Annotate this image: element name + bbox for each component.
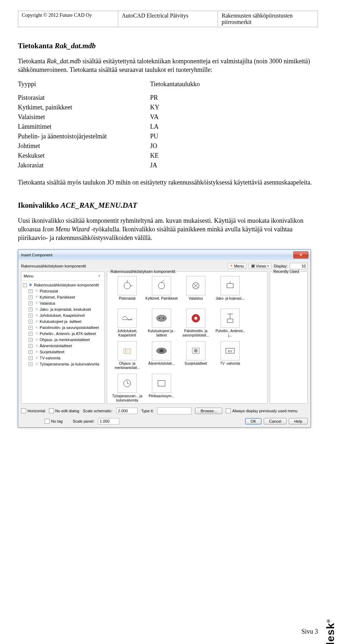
expand-icon[interactable]: +	[29, 314, 33, 318]
browse-button[interactable]: Browse...	[195, 408, 222, 414]
box-icon	[223, 279, 237, 293]
expand-icon[interactable]: +	[29, 362, 33, 366]
icon-item[interactable]: Valaistus	[179, 276, 212, 305]
table-row: Puhelin- ja äänentoistojärjestelmätPU	[18, 132, 200, 141]
component-icon	[34, 338, 39, 342]
svg-rect-29	[158, 380, 165, 386]
views-dropdown[interactable]: ▦ Views	[249, 263, 272, 269]
no-edit-checkbox[interactable]: No edit dialog	[49, 408, 79, 413]
expand-icon[interactable]: +	[29, 295, 33, 299]
expand-icon[interactable]: +	[29, 344, 33, 348]
tree-item[interactable]: +Työajanseuranta- ja kulunvalvonta	[22, 361, 104, 367]
icon-item[interactable]: Jako- ja kojerasi...	[214, 276, 247, 305]
socket-icon	[120, 279, 134, 293]
tree-item[interactable]: +TV-valvonta	[22, 355, 104, 361]
component-icon	[34, 362, 39, 367]
section1-paragraph2: Tietokanta sisältää myös taulukon JO mih…	[18, 178, 318, 187]
svg-rect-8	[227, 284, 233, 288]
icon-item[interactable]: Äänentoistolait...	[145, 341, 178, 370]
component-icon	[34, 314, 39, 318]
kv-icon: KV	[223, 344, 237, 358]
close-button[interactable]: ✕	[293, 251, 308, 259]
recent-panel-title: Recently Used	[272, 269, 300, 274]
type-it-input[interactable]	[157, 407, 192, 414]
table-row: JakorasiatJA	[18, 161, 200, 170]
type-head-left: Tyyppi	[18, 79, 150, 93]
svg-text:KV: KV	[228, 349, 232, 353]
expand-icon[interactable]: +	[29, 301, 33, 305]
icon-item[interactable]: Kulutuskojeet ja -laitteet	[145, 309, 178, 338]
always-display-checkbox[interactable]: Always display previously used menu	[226, 408, 297, 413]
display-input[interactable]	[290, 263, 308, 269]
tree-item[interactable]: +Puhelin-, Antenni- ja ATK-laitteet	[22, 331, 104, 337]
component-icon	[34, 350, 39, 354]
tree-item[interactable]: +Kytkimet, Painikkeet	[22, 294, 104, 300]
expand-icon[interactable]: +	[29, 289, 33, 293]
svg-line-28	[127, 383, 129, 384]
help-button[interactable]: Help	[289, 418, 308, 424]
tree-item[interactable]: +Äänentoistolaitteet	[22, 343, 104, 349]
schematic-icon	[154, 376, 169, 390]
expand-icon[interactable]: +	[29, 356, 33, 360]
scale-schematic-input[interactable]	[116, 408, 138, 414]
dialog-titlebar[interactable]: Insert Component ✕	[18, 250, 310, 260]
svg-point-3	[158, 282, 165, 289]
tree-item[interactable]: +Suojelulaitteet	[22, 349, 104, 355]
scale-panel-label: Scale panel:	[73, 419, 94, 423]
component-icon	[34, 320, 39, 324]
folder-icon: ▣	[28, 283, 33, 287]
menu-panel-title: Menu	[24, 274, 34, 278]
grid-icon: ▦	[251, 264, 255, 268]
icon-item[interactable]: KVTV -valvonta	[214, 341, 247, 370]
no-tag-checkbox[interactable]: No tag	[45, 419, 63, 424]
ok-button[interactable]: OK	[245, 418, 262, 424]
header-center: AutoCAD Electrical Päivitys	[118, 11, 218, 27]
dialog-screenshot: Insert Component ✕ Rakennussähköistyksen…	[18, 250, 318, 428]
icon-item[interactable]: Puhelin-, Antenni-, j...	[214, 309, 247, 338]
horizontal-checkbox[interactable]: Horizontal	[21, 408, 45, 413]
alarm-icon	[189, 311, 203, 325]
cancel-button[interactable]: Cancel	[264, 418, 287, 424]
document-header: Copyright © 2012 Future CAD Oy AutoCAD E…	[18, 11, 318, 27]
scale-panel-input[interactable]	[98, 418, 119, 424]
table-row: LämmittimetLA	[18, 122, 200, 132]
expand-icon[interactable]: +	[29, 320, 33, 324]
expand-icon[interactable]: +	[29, 308, 33, 311]
expand-icon[interactable]: +	[29, 350, 33, 354]
table-row: JohtimetJO	[18, 141, 200, 151]
type-table: Tyyppi Tietokantataulukko PistorasiatPR …	[18, 79, 200, 170]
table-row: KeskuksetKE	[18, 151, 200, 161]
type-it-label: Type it:	[141, 409, 154, 413]
svg-point-11	[156, 315, 166, 321]
icon-item[interactable]: Piirikaaviosym...	[145, 374, 178, 403]
tree-item[interactable]: +Johdotukset, Kaapeloinnit	[22, 313, 104, 319]
icon-item[interactable]: Kytkimet, Painikkeet	[145, 276, 178, 305]
component-icon	[34, 356, 39, 360]
tree-root[interactable]: − ▣ Rakennussähköistyksen komponentit	[22, 282, 104, 288]
component-icon	[34, 344, 39, 348]
recently-used-panel: Recently Used	[270, 271, 308, 404]
icon-item[interactable]: Työajanseuran... ja kulunvalvonta	[111, 374, 144, 403]
expand-icon[interactable]: +	[29, 338, 33, 342]
expand-icon[interactable]: +	[29, 332, 33, 336]
collapse-icon[interactable]: −	[23, 283, 27, 287]
icon-item[interactable]: Ohjaus- ja merkinantolait...	[111, 341, 144, 370]
tree-item[interactable]: +Kulutuskojeet ja -laitteet	[22, 319, 104, 325]
section1-paragraph1: Tietokanta Rak_dat.mdb sisältää esitäyte…	[18, 57, 318, 74]
panel-close-button[interactable]: ×	[96, 273, 102, 279]
table-row: ValaisimetVA	[18, 112, 200, 122]
icon-item[interactable]: Pistorasiat	[111, 276, 144, 305]
menu-button[interactable]: ✶ Menu	[227, 263, 247, 269]
plug-icon	[154, 311, 169, 325]
tree-item[interactable]: +Paloilmoitin- ja savunpoistolaitteet	[22, 325, 104, 331]
expand-icon[interactable]: +	[29, 326, 33, 330]
tree-item[interactable]: +Pistorasiat	[22, 288, 104, 294]
tree-item[interactable]: +Valaistus	[22, 300, 104, 306]
icon-item[interactable]: Johdotukset, Kaapelointi	[111, 309, 144, 338]
tree-item[interactable]: +Ohjaus- ja merkinantolaitteet	[22, 337, 104, 343]
main-panel-title: Rakennussähköistyksen komponentit	[109, 269, 177, 274]
icon-item[interactable]: Suojelulaitteet	[179, 341, 212, 370]
tree-item[interactable]: +Jako- ja kojerasiat, keskukset	[22, 306, 104, 313]
icon-item[interactable]: Paloilmoitin- ja savunpoistolait...	[179, 309, 212, 338]
clock-icon	[120, 376, 134, 390]
